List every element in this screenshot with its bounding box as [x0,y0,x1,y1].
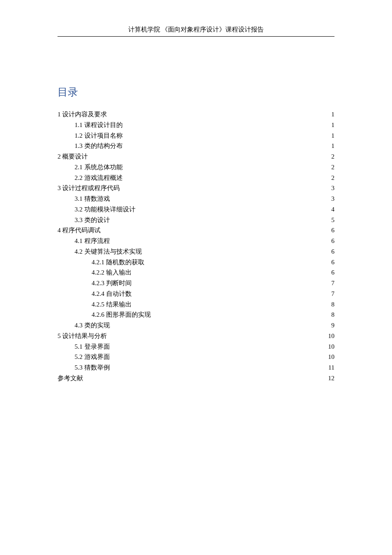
toc-entry-page: 8 [331,299,335,310]
toc-entry-label: 4.3 类的实现 [75,320,110,331]
toc-entry-page: 6 [331,267,335,278]
toc-entry: 3.2 功能模块详细设计4 [58,204,334,215]
toc-entry: 5.1 登录界面10 [58,341,334,352]
toc-entry-page: 1 [331,120,335,130]
toc-entry-label: 2.2 游戏流程概述 [75,173,123,183]
toc-entry-page: 10 [328,352,334,362]
header-text: 计算机学院 《面向对象程序设计》课程设计报告 [128,26,264,33]
toc-entry-label: 3.3 类的设计 [75,215,110,225]
toc-list: 1 设计内容及要求11.1 课程设计目的11.2 设计项目名称11.3 类的结构… [58,109,334,384]
toc-entry-label: 2 概要设计 [58,151,88,162]
toc-entry-label: 1.1 课程设计目的 [75,120,123,130]
toc-entry-label: 2.1 系统总体功能 [75,162,123,173]
toc-entry-label: 1 设计内容及要求 [58,109,107,120]
toc-entry-label: 4.2.4 自动计数 [92,289,132,299]
toc-entry-page: 2 [331,162,335,173]
toc-entry: 4.2.5 结果输出8 [58,299,334,310]
toc-entry: 2.1 系统总体功能2 [58,162,334,173]
toc-entry-page: 8 [331,309,335,320]
toc-entry: 4.2.4 自动计数7 [58,289,334,299]
toc-entry: 4.2.1 随机数的获取6 [58,257,334,268]
toc-entry: 1.2 设计项目名称1 [58,130,334,141]
toc-entry-page: 1 [331,141,335,151]
toc-entry: 4.2.3 判断时间7 [58,278,334,289]
toc-entry-label: 4 程序代码调试 [58,225,101,236]
toc-entry: 参考文献12 [58,373,334,384]
toc-entry: 1.1 课程设计目的1 [58,120,334,130]
toc-entry: 4.2.6 图形界面的实现8 [58,309,334,320]
toc-entry-page: 6 [331,225,335,236]
toc-entry: 4.2 关键算法与技术实现6 [58,246,334,257]
toc-entry: 5.3 猜数举例11 [58,362,334,373]
toc-entry-label: 1.3 类的结构分布 [75,141,123,151]
page-header: 计算机学院 《面向对象程序设计》课程设计报告 [58,26,334,37]
toc-entry-label: 5.1 登录界面 [75,341,110,352]
toc-entry: 3.3 类的设计5 [58,215,334,225]
toc-entry-page: 2 [331,151,335,162]
toc-entry-page: 6 [331,257,335,268]
toc-entry-label: 5 设计结果与分析 [58,331,107,341]
toc-entry: 5.2 游戏界面10 [58,352,334,362]
toc-entry-page: 10 [328,331,334,341]
toc-container: 目录 1 设计内容及要求11.1 课程设计目的11.2 设计项目名称11.3 类… [58,85,334,384]
toc-entry: 3.1 猜数游戏3 [58,194,334,204]
toc-entry-page: 6 [331,246,335,257]
toc-entry-page: 1 [331,109,335,120]
toc-entry-label: 5.3 猜数举例 [75,362,110,373]
toc-title: 目录 [58,85,334,99]
toc-entry: 5 设计结果与分析10 [58,331,334,341]
toc-entry: 4 程序代码调试6 [58,225,334,236]
toc-entry-page: 7 [331,278,335,289]
toc-entry-label: 5.2 游戏界面 [75,352,110,362]
toc-entry: 3 设计过程或程序代码3 [58,183,334,194]
toc-entry: 2 概要设计2 [58,151,334,162]
toc-entry-label: 4.2.2 输入输出 [92,267,132,278]
toc-entry-page: 9 [331,320,335,331]
toc-entry-label: 4.2.3 判断时间 [92,278,132,289]
toc-entry-page: 2 [331,173,335,183]
toc-entry-page: 12 [328,373,334,384]
toc-entry-page: 6 [331,236,335,246]
toc-entry-label: 1.2 设计项目名称 [75,130,123,141]
toc-entry: 4.1 程序流程6 [58,236,334,246]
toc-entry-label: 4.2.1 随机数的获取 [92,257,144,268]
toc-entry-page: 3 [331,194,335,204]
toc-entry-label: 4.2 关键算法与技术实现 [75,246,142,257]
toc-entry: 1 设计内容及要求1 [58,109,334,120]
toc-entry-page: 10 [328,341,334,352]
toc-entry-label: 4.2.5 结果输出 [92,299,132,310]
toc-entry-page: 5 [331,215,335,225]
toc-entry-label: 3.1 猜数游戏 [75,194,110,204]
toc-entry-page: 3 [331,183,335,194]
toc-entry-page: 7 [331,289,335,299]
toc-entry-page: 11 [329,362,334,373]
toc-entry-label: 3 设计过程或程序代码 [58,183,120,194]
toc-entry-page: 1 [331,130,335,141]
toc-entry-label: 3.2 功能模块详细设计 [75,204,135,215]
toc-entry: 4.2.2 输入输出6 [58,267,334,278]
toc-entry: 4.3 类的实现9 [58,320,334,331]
toc-entry-label: 参考文献 [58,373,83,384]
toc-entry: 1.3 类的结构分布1 [58,141,334,151]
toc-entry-label: 4.1 程序流程 [75,236,110,246]
toc-entry: 2.2 游戏流程概述2 [58,173,334,183]
toc-entry-label: 4.2.6 图形界面的实现 [92,309,151,320]
toc-entry-page: 4 [331,204,335,215]
